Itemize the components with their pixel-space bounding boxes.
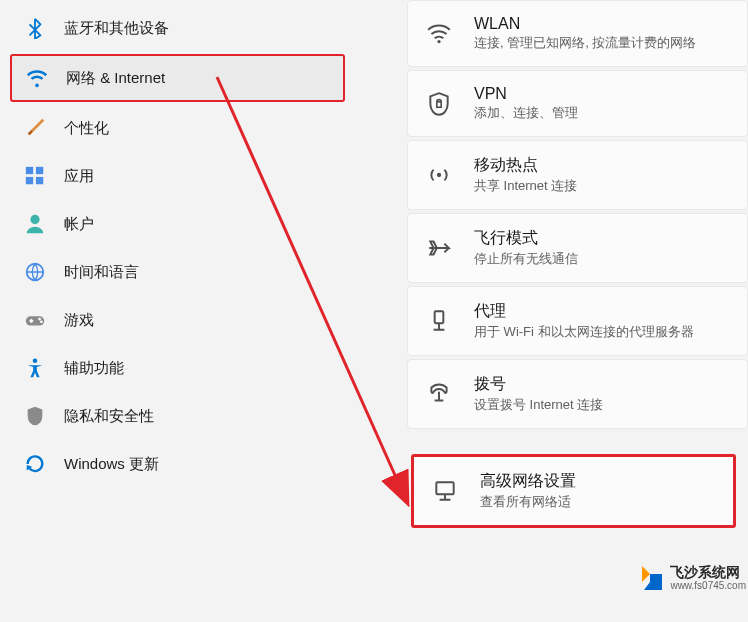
sidebar-item-label: 帐户 [64,215,94,234]
sidebar-item-label: 时间和语言 [64,263,139,282]
dialup-icon [426,381,452,407]
content-item-desc: 停止所有无线通信 [474,250,578,268]
update-icon [24,453,46,475]
svg-rect-3 [36,177,43,184]
content-item-vpn[interactable]: VPN 添加、连接、管理 [407,70,748,137]
svg-rect-2 [26,177,33,184]
content-item-desc: 查看所有网络适 [480,493,576,511]
sidebar-item-gaming[interactable]: 游戏 [10,298,345,342]
sidebar-item-label: Windows 更新 [64,455,159,474]
sidebar-item-label: 个性化 [64,119,109,138]
svg-rect-11 [437,101,441,106]
brush-icon [24,117,46,139]
content-item-airplane[interactable]: 飞行模式 停止所有无线通信 [407,213,748,283]
sidebar-item-label: 游戏 [64,311,94,330]
sidebar-item-accessibility[interactable]: 辅助功能 [10,346,345,390]
svg-point-4 [30,215,39,224]
gamepad-icon [24,309,46,331]
sidebar-item-label: 蓝牙和其他设备 [64,19,169,38]
content-item-proxy[interactable]: 代理 用于 Wi-Fi 和以太网连接的代理服务器 [407,286,748,356]
watermark-logo-icon [634,562,666,594]
svg-point-9 [33,358,38,363]
svg-point-8 [40,320,43,323]
svg-point-10 [437,39,440,42]
content-item-desc: 共享 Internet 连接 [474,177,577,195]
watermark: 飞沙系统网 www.fs0745.com [634,562,746,594]
proxy-icon [426,308,452,334]
shield-icon [24,405,46,427]
content-item-title: 移动热点 [474,155,577,176]
content-item-desc: 设置拨号 Internet 连接 [474,396,603,414]
wifi-icon [426,21,452,47]
vpn-icon [426,91,452,117]
svg-rect-13 [435,311,444,323]
content-item-title: 高级网络设置 [480,471,576,492]
sidebar-item-accounts[interactable]: 帐户 [10,202,345,246]
content-item-advanced-network[interactable]: 高级网络设置 查看所有网络适 [411,454,736,528]
sidebar-item-label: 隐私和安全性 [64,407,154,426]
content-item-title: 拨号 [474,374,603,395]
content-item-title: 飞行模式 [474,228,578,249]
wifi-icon [26,67,48,89]
sidebar-item-label: 辅助功能 [64,359,124,378]
sidebar-item-time-language[interactable]: 时间和语言 [10,250,345,294]
hotspot-icon [426,162,452,188]
sidebar-item-network[interactable]: 网络 & Internet [10,54,345,102]
sidebar-item-label: 应用 [64,167,94,186]
svg-point-7 [38,318,41,321]
accessibility-icon [24,357,46,379]
content-item-title: 代理 [474,301,694,322]
content-item-desc: 连接, 管理已知网络, 按流量计费的网络 [474,34,696,52]
monitor-icon [432,478,458,504]
content-item-title: VPN [474,85,578,103]
sidebar-item-label: 网络 & Internet [66,69,165,88]
content-item-wlan[interactable]: WLAN 连接, 管理已知网络, 按流量计费的网络 [407,0,748,67]
watermark-url: www.fs0745.com [670,580,746,591]
sidebar-item-privacy[interactable]: 隐私和安全性 [10,394,345,438]
svg-rect-0 [26,167,33,174]
sidebar-item-windows-update[interactable]: Windows 更新 [10,442,345,486]
sidebar-item-bluetooth[interactable]: 蓝牙和其他设备 [10,6,345,50]
sidebar-item-personalization[interactable]: 个性化 [10,106,345,150]
content-item-dialup[interactable]: 拨号 设置拨号 Internet 连接 [407,359,748,429]
content-item-hotspot[interactable]: 移动热点 共享 Internet 连接 [407,140,748,210]
content-item-desc: 用于 Wi-Fi 和以太网连接的代理服务器 [474,323,694,341]
user-icon [24,213,46,235]
airplane-icon [426,235,452,261]
sidebar-item-apps[interactable]: 应用 [10,154,345,198]
content-item-title: WLAN [474,15,696,33]
settings-content: WLAN 连接, 管理已知网络, 按流量计费的网络 VPN 添加、连接、管理 移… [355,0,748,622]
svg-point-12 [437,173,441,177]
content-item-desc: 添加、连接、管理 [474,104,578,122]
watermark-title: 飞沙系统网 [670,565,746,580]
globe-icon [24,261,46,283]
svg-rect-1 [36,167,43,174]
bluetooth-icon [24,17,46,39]
settings-sidebar: 蓝牙和其他设备 网络 & Internet 个性化 应用 帐户 [0,0,355,622]
apps-icon [24,165,46,187]
svg-rect-14 [436,482,453,494]
